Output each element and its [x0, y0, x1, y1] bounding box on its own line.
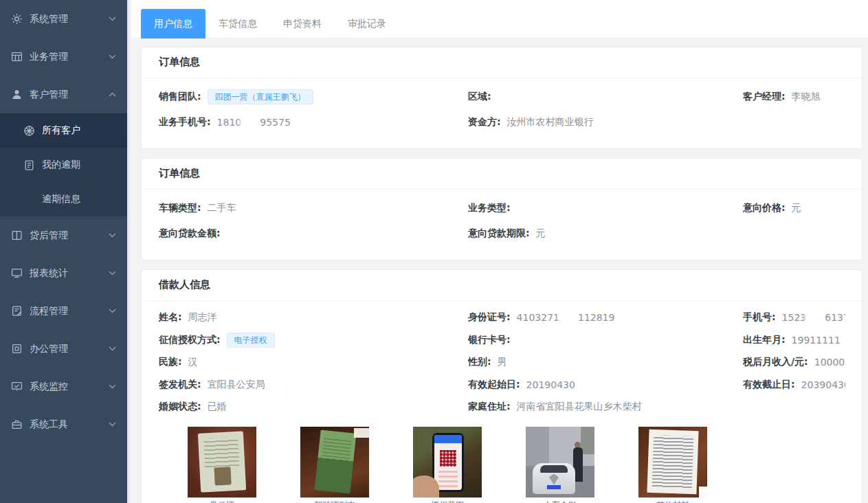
- field-bank-card: 银行卡号:: [468, 334, 743, 346]
- monitor-check-icon: [11, 381, 23, 392]
- sidebar-item-all-customers[interactable]: 所有客户: [0, 113, 127, 148]
- id-card-photo[interactable]: [188, 427, 256, 498]
- sidebar-item-my-overdue[interactable]: 我的逾期: [0, 148, 127, 182]
- card-title: 订单信息: [142, 47, 862, 78]
- car-windshield: [540, 465, 568, 473]
- paper-corner: [354, 428, 369, 438]
- sidebar-item-system-tools[interactable]: 系统工具: [0, 405, 127, 443]
- field-intent-price: 意向价格: 元: [743, 202, 845, 214]
- toolbox-icon: [11, 418, 23, 430]
- green-booklet-graphic: [315, 429, 357, 493]
- chevron-down-icon: [109, 346, 116, 351]
- screen-text-rows: [438, 471, 458, 487]
- loan-intent-card: 订单信息 车辆类型: 二手车 业务类型: 意向价格: 元 意向贷款金额:: [141, 158, 863, 260]
- user-icon: [11, 89, 23, 100]
- process-icon: [11, 305, 23, 317]
- chevron-down-icon: [109, 422, 116, 427]
- grid-icon: [11, 51, 23, 63]
- green-booklet-photo[interactable]: [300, 427, 369, 498]
- photo-label: 授权截图: [413, 501, 482, 503]
- field-home-address: 家庭住址: 河南省宜阳县花果山乡木柴村: [468, 401, 743, 413]
- sidebar-item-report-stats[interactable]: 报表统计: [0, 254, 127, 292]
- photo-item: 驾驶证副本: [300, 427, 369, 503]
- card-title: 借款人信息: [142, 270, 862, 301]
- sidebar-item-business-mgmt[interactable]: 业务管理: [0, 38, 127, 76]
- chevron-down-icon: [109, 54, 116, 59]
- photo-label: 人车合影: [526, 501, 594, 503]
- sidebar-item-label: 客户管理: [30, 89, 109, 101]
- field-gender: 性别: 男: [468, 356, 743, 368]
- sidebar-item-office-mgmt[interactable]: 办公管理: [0, 330, 127, 368]
- car-graphic: [533, 463, 575, 494]
- photo-label: 其他材料: [638, 501, 707, 503]
- sidebar-item-system-mgmt[interactable]: 系统管理: [0, 0, 127, 38]
- sidebar-item-label: 业务管理: [30, 51, 109, 63]
- sidebar-scrollbar[interactable]: [127, 0, 131, 503]
- chevron-down-icon: [109, 233, 116, 238]
- tab-user-info[interactable]: 用户信息: [141, 9, 205, 38]
- photo-label: 驾驶证副本: [300, 501, 369, 503]
- chevron-down-icon: [109, 16, 116, 21]
- qr-auth-photo[interactable]: [413, 427, 482, 498]
- field-account-manager: 客户经理: 李晓旭: [743, 91, 845, 103]
- field-funder: 资金方: 汝州市农村商业银行: [468, 116, 743, 128]
- chevron-up-icon: [109, 92, 116, 97]
- field-valid-from: 有效起始日: 20190430: [468, 379, 743, 391]
- office-icon: [11, 343, 23, 355]
- detail-tabs: 用户信息 车贷信息 申贷资料 审批记录: [131, 0, 868, 38]
- tab-loan-application-docs[interactable]: 申贷资料: [270, 9, 335, 38]
- sidebar-item-label: 我的逾期: [42, 159, 116, 171]
- document-photos: 身份证 驾驶证副本: [188, 427, 845, 503]
- field-business-type: 业务类型:: [468, 202, 743, 214]
- redaction-blur: [559, 313, 578, 322]
- field-mobile-phone: 手机号: 15236137: [743, 311, 845, 324]
- field-valid-to: 有效截止日: 20390430: [743, 379, 845, 391]
- monitor-icon: [11, 267, 23, 279]
- field-ethnicity: 民族: 汉: [159, 356, 468, 368]
- credit-auth-tag: 电子授权: [227, 333, 275, 348]
- book-icon: [11, 230, 23, 241]
- file-icon: [23, 159, 35, 171]
- field-issuing-authority: 签发机关: 宜阳县公安局: [159, 379, 468, 391]
- photo-item: 其他材料: [638, 427, 707, 503]
- sales-team-tag[interactable]: 四团一营（直属王鹏飞）: [208, 89, 313, 104]
- paper-graphic: [647, 429, 698, 493]
- sidebar-item-label: 系统工具: [30, 418, 109, 431]
- chevron-down-icon: [109, 384, 116, 389]
- user-info-panel: 订单信息 销售团队: 四团一营（直属王鹏飞） 区域: 客户经理: 李晓旭 业务手: [131, 38, 868, 503]
- booklet-text-lines: [322, 436, 352, 459]
- car-person-photo[interactable]: [526, 427, 594, 498]
- sidebar-item-process-mgmt[interactable]: 流程管理: [0, 292, 127, 330]
- sidebar-item-customer-mgmt[interactable]: 客户管理: [0, 76, 127, 113]
- field-id-number: 身份证号: 4103271112819: [468, 311, 743, 324]
- handwritten-doc-photo[interactable]: [638, 427, 707, 498]
- customer-mgmt-submenu: 所有客户 我的逾期 逾期信息: [0, 113, 127, 216]
- field-intent-loan-amount: 意向贷款金额:: [159, 227, 468, 240]
- phone-app-bar: [434, 435, 462, 443]
- tree-graphic: [581, 427, 594, 454]
- sidebar-item-system-monitor[interactable]: 系统监控: [0, 368, 127, 405]
- sidebar-item-postloan-mgmt[interactable]: 贷后管理: [0, 216, 127, 254]
- license-plate: [547, 485, 561, 489]
- field-credit-auth-method: 征信授权方式: 电子授权: [159, 333, 468, 348]
- chevron-down-icon: [109, 309, 116, 313]
- id-card-portrait: [214, 467, 231, 485]
- card-title: 订单信息: [142, 159, 862, 190]
- id-card-graphic: [198, 431, 246, 492]
- redaction-blur: [241, 118, 260, 126]
- redaction-blur: [806, 313, 825, 322]
- tab-car-loan-info[interactable]: 车贷信息: [205, 9, 270, 38]
- field-region: 区域:: [468, 91, 743, 103]
- chevron-down-icon: [109, 271, 116, 276]
- car-grille: [549, 474, 559, 485]
- field-marital-status: 婚姻状态: 已婚: [159, 401, 468, 413]
- sidebar-item-label: 贷后管理: [30, 230, 109, 242]
- paper-corner: [699, 487, 707, 498]
- sidebar-item-overdue-info[interactable]: 逾期信息: [0, 182, 127, 216]
- tab-approval-records[interactable]: 审批记录: [335, 9, 399, 38]
- sidebar-item-label: 办公管理: [30, 343, 109, 355]
- qr-code-graphic: [440, 450, 456, 467]
- field-name: 姓名: 周志洋: [159, 311, 468, 324]
- order-info-card: 订单信息 销售团队: 四团一营（直属王鹏飞） 区域: 客户经理: 李晓旭 业务手: [141, 47, 863, 149]
- sidebar-item-label: 系统监控: [30, 381, 109, 393]
